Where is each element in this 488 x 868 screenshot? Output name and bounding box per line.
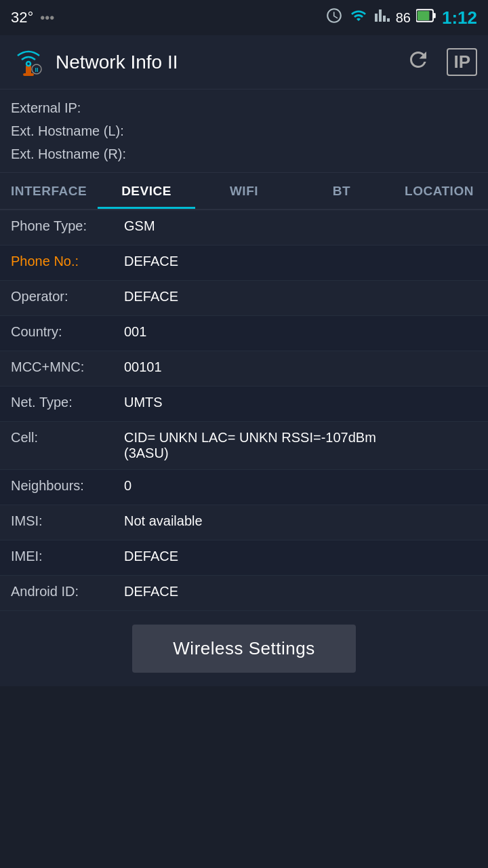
battery-icon: [416, 8, 436, 27]
tab-interface[interactable]: INTERFACE: [0, 173, 98, 209]
status-left: 32° •••: [11, 9, 54, 26]
table-row: Phone Type:GSM: [0, 210, 488, 245]
table-row: Neighbours:0: [0, 470, 488, 505]
external-ip-row: External IP:: [11, 96, 477, 119]
row-value: UMTS: [119, 393, 488, 412]
tab-wifi[interactable]: WIFI: [195, 173, 293, 209]
empty-area: [0, 686, 488, 868]
table-row: MCC+MNC:00101: [0, 351, 488, 387]
row-value: 00101: [119, 358, 488, 376]
row-label: IMSI:: [0, 512, 119, 530]
app-bar-actions: IP: [406, 47, 477, 77]
app-bar: II Network Info II IP: [0, 35, 488, 90]
wireless-btn-section: Wireless Settings: [0, 611, 488, 686]
status-time: 1:12: [442, 7, 477, 28]
svg-rect-4: [23, 73, 34, 76]
row-label: Operator:: [0, 288, 119, 306]
battery-text: 86: [396, 10, 411, 26]
table-row: Cell:CID= UNKN LAC= UNKN RSSI=-107dBm (3…: [0, 422, 488, 470]
row-label: IMEI:: [0, 547, 119, 566]
wifi-icon: [348, 7, 369, 28]
row-label: Phone Type:: [0, 217, 119, 235]
table-row: Net. Type:UMTS: [0, 387, 488, 422]
status-right: 86 1:12: [325, 7, 477, 28]
table-row: Country:001: [0, 316, 488, 351]
table-row: Phone No.:DEFACE: [0, 245, 488, 281]
app-title: Network Info II: [56, 52, 406, 73]
svg-rect-2: [433, 13, 436, 18]
ip-button[interactable]: IP: [447, 48, 477, 76]
row-label: Phone No.:: [0, 252, 119, 271]
row-value: 0: [119, 477, 488, 495]
device-info-table: Phone Type:GSMPhone No.:DEFACEOperator:D…: [0, 210, 488, 611]
ext-hostname-l-row: Ext. Hostname (L):: [11, 119, 477, 142]
table-row: IMSI:Not available: [0, 505, 488, 540]
row-value: CID= UNKN LAC= UNKN RSSI=-107dBm (3ASU): [119, 429, 488, 462]
tab-bt[interactable]: BT: [293, 173, 390, 209]
row-value: DEFACE: [119, 288, 488, 306]
row-value: GSM: [119, 217, 488, 235]
svg-point-5: [26, 62, 30, 66]
row-value: DEFACE: [119, 583, 488, 601]
row-value: Not available: [119, 512, 488, 530]
tab-device[interactable]: DEVICE: [98, 173, 195, 209]
row-value: 001: [119, 323, 488, 341]
svg-text:II: II: [35, 66, 38, 73]
svg-rect-1: [418, 11, 430, 20]
wireless-settings-button[interactable]: Wireless Settings: [132, 625, 355, 673]
ext-hostname-r-row: Ext. Hostname (R):: [11, 142, 477, 165]
table-row: Android ID:DEFACE: [0, 576, 488, 611]
tab-bar: INTERFACE DEVICE WIFI BT LOCATION: [0, 173, 488, 210]
temperature-text: 32°: [11, 9, 33, 26]
table-row: IMEI:DEFACE: [0, 540, 488, 576]
row-value: DEFACE: [119, 547, 488, 566]
signal-icon: [374, 7, 390, 28]
refresh-button[interactable]: [406, 47, 430, 77]
app-icon: II: [11, 45, 46, 80]
row-label: MCC+MNC:: [0, 358, 119, 376]
row-label: Country:: [0, 323, 119, 341]
more-icon: •••: [40, 10, 54, 26]
tab-location[interactable]: LOCATION: [390, 173, 488, 209]
status-bar: 32° ••• 86 1:12: [0, 0, 488, 35]
ext-info-section: External IP: Ext. Hostname (L): Ext. Hos…: [0, 90, 488, 173]
row-label: Android ID:: [0, 583, 119, 601]
row-label: Cell:: [0, 429, 119, 447]
alarm-icon: [325, 7, 343, 28]
row-value: DEFACE: [119, 252, 488, 271]
table-row: Operator:DEFACE: [0, 281, 488, 316]
row-label: Net. Type:: [0, 393, 119, 412]
row-label: Neighbours:: [0, 477, 119, 495]
